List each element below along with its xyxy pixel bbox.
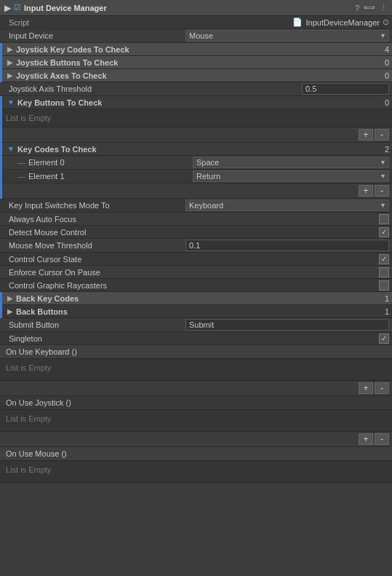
joystick-axes-arrow: ▶ (7, 71, 13, 79)
key-codes-section: ▼ Key Codes To Check 2 — Element 0 Space… (0, 143, 392, 199)
script-file-icon: 📄 (292, 17, 303, 27)
key-buttons-count: 0 (385, 98, 389, 107)
script-link-icon[interactable]: ⊙ (383, 17, 389, 27)
detect-mouse-control-checkbox[interactable] (379, 227, 389, 237)
on-use-keyboard-remove-button[interactable]: - (375, 382, 389, 394)
joystick-buttons-section: ▶ Joystick Buttons To Check 0 (0, 56, 392, 69)
key-codes-element-0-row: — Element 0 Space ▼ (0, 156, 392, 170)
script-value: InputDeviceManager (305, 18, 380, 27)
key-buttons-remove-button[interactable]: - (375, 129, 389, 141)
back-buttons-count: 1 (385, 307, 389, 316)
element-1-dash: — (17, 172, 25, 181)
key-codes-element-1-label: — Element 1 (15, 172, 193, 181)
key-buttons-section: ▼ Key Buttons To Check 0 List is Empty +… (0, 96, 392, 143)
key-input-switches-dropdown-wrap[interactable]: Keyboard ▼ (185, 200, 389, 211)
joystick-buttons-header[interactable]: ▶ Joystick Buttons To Check 0 (0, 56, 392, 69)
submit-button-row: Submit Button (0, 318, 392, 332)
menu-icon[interactable]: ⋮ (380, 3, 388, 12)
on-use-keyboard-section: On Use Keyboard () List is Empty + - (0, 345, 392, 396)
checkbox-icon[interactable]: ☑ (14, 3, 21, 12)
back-key-codes-header[interactable]: ▶ Back Key Codes 1 (0, 292, 392, 305)
submit-button-input[interactable] (185, 319, 389, 331)
mouse-move-threshold-input[interactable] (185, 240, 389, 251)
back-key-codes-count: 1 (385, 294, 389, 303)
key-codes-element-0-dropdown-wrap[interactable]: Space ▼ (193, 157, 389, 168)
control-cursor-state-row: Control Cursor State (0, 253, 392, 266)
on-use-joystick-add-button[interactable]: + (359, 433, 373, 445)
back-buttons-label: Back Buttons (16, 307, 385, 316)
title-bar-text: Input Device Manager (24, 4, 355, 12)
back-buttons-section: ▶ Back Buttons 1 (0, 305, 392, 318)
joystick-key-codes-section: ▶ Joystick Key Codes To Check 4 (0, 43, 392, 56)
on-use-keyboard-add-remove-bar: + - (0, 381, 392, 396)
input-device-dropdown-wrap[interactable]: Mouse ▼ (185, 30, 389, 42)
control-cursor-state-checkbox[interactable] (379, 254, 389, 264)
joystick-key-codes-header[interactable]: ▶ Joystick Key Codes To Check 4 (0, 43, 392, 56)
always-auto-focus-checkbox[interactable] (379, 214, 389, 224)
joystick-axis-threshold-label: Joystick Axis Threshold (6, 84, 302, 93)
back-buttons-header[interactable]: ▶ Back Buttons 1 (0, 305, 392, 318)
joystick-key-codes-arrow: ▶ (7, 45, 13, 53)
mouse-move-threshold-row: Mouse Move Threshold (0, 239, 392, 253)
submit-button-label: Submit Button (6, 320, 185, 329)
key-codes-element-1-dropdown-wrap[interactable]: Return ▼ (193, 170, 389, 182)
detect-mouse-control-row: Detect Mouse Control (0, 226, 392, 239)
settings-icon[interactable]: ⟺ (364, 3, 375, 12)
on-use-keyboard-label: On Use Keyboard () (6, 347, 77, 356)
on-use-keyboard-empty: List is Empty (0, 359, 392, 381)
on-use-joystick-header[interactable]: On Use Joystick () (0, 396, 392, 410)
on-use-joystick-section: On Use Joystick () List is Empty + - (0, 396, 392, 447)
key-buttons-empty-list: List is Empty (0, 109, 392, 127)
joystick-buttons-arrow: ▶ (7, 58, 13, 66)
control-graphic-raycasters-row: Control Graphic Raycasters (0, 279, 392, 292)
back-key-codes-section: ▶ Back Key Codes 1 (0, 292, 392, 305)
key-codes-arrow: ▼ (7, 145, 15, 153)
key-codes-element-0-select[interactable]: Space (193, 157, 389, 168)
key-buttons-header[interactable]: ▼ Key Buttons To Check 0 (0, 96, 392, 109)
key-codes-remove-button[interactable]: - (375, 185, 389, 197)
on-use-mouse-empty: List is Empty (0, 461, 392, 483)
input-device-row: Input Device Mouse ▼ (0, 29, 392, 43)
singleton-row: Singleton (0, 332, 392, 345)
key-codes-element-1-select[interactable]: Return (193, 170, 389, 182)
on-use-mouse-header[interactable]: On Use Mouse () (0, 447, 392, 461)
on-use-keyboard-header[interactable]: On Use Keyboard () (0, 345, 392, 359)
joystick-axis-threshold-input[interactable] (302, 83, 389, 95)
enforce-cursor-on-pause-checkbox[interactable] (379, 267, 389, 277)
key-codes-element-1-row: — Element 1 Return ▼ (0, 170, 392, 184)
input-device-manager-panel: ▶ ☑ Input Device Manager ? ⟺ ⋮ Script 📄 … (0, 0, 392, 483)
control-cursor-state-label: Control Cursor State (6, 255, 379, 264)
key-codes-header[interactable]: ▼ Key Codes To Check 2 (0, 143, 392, 156)
script-label: Script (6, 18, 292, 27)
always-auto-focus-label: Always Auto Focus (6, 215, 379, 224)
key-buttons-label: Key Buttons To Check (17, 98, 385, 107)
joystick-axes-label: Joystick Axes To Check (16, 71, 385, 80)
back-key-codes-label: Back Key Codes (16, 294, 385, 303)
singleton-checkbox[interactable] (379, 334, 389, 344)
control-graphic-raycasters-checkbox[interactable] (379, 280, 389, 291)
on-use-joystick-remove-button[interactable]: - (375, 433, 389, 445)
key-buttons-empty-text: List is Empty (6, 114, 51, 122)
back-buttons-arrow: ▶ (7, 307, 13, 315)
on-use-joystick-empty: List is Empty (0, 410, 392, 432)
key-codes-count: 2 (385, 145, 389, 154)
joystick-buttons-count: 0 (385, 58, 389, 67)
key-codes-element-0-label: — Element 0 (15, 158, 193, 167)
on-use-joystick-add-remove-bar: + - (0, 432, 392, 447)
key-codes-add-button[interactable]: + (359, 185, 373, 197)
on-use-keyboard-add-button[interactable]: + (359, 382, 373, 394)
on-use-mouse-label: On Use Mouse () (6, 449, 67, 458)
help-icon[interactable]: ? (355, 4, 359, 12)
element-0-dash: — (17, 158, 25, 167)
input-device-select[interactable]: Mouse (185, 30, 389, 42)
panel-icon: ▶ (4, 3, 11, 13)
key-buttons-add-button[interactable]: + (359, 129, 373, 141)
key-codes-add-remove-bar: + - (0, 184, 392, 199)
joystick-axes-header[interactable]: ▶ Joystick Axes To Check 0 (0, 69, 392, 82)
key-input-switches-select[interactable]: Keyboard (185, 200, 389, 211)
joystick-axis-threshold-row: Joystick Axis Threshold (0, 82, 392, 96)
control-graphic-raycasters-label: Control Graphic Raycasters (6, 281, 379, 290)
key-input-switches-row: Key Input Switches Mode To Keyboard ▼ (0, 199, 392, 213)
script-row: Script 📄 InputDeviceManager ⊙ (0, 16, 392, 29)
on-use-joystick-label: On Use Joystick () (6, 398, 71, 407)
